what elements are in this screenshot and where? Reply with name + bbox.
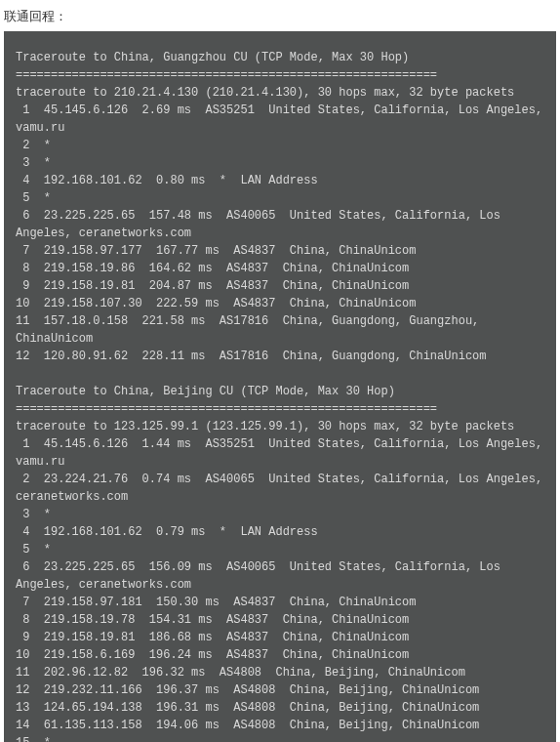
terminal-line: traceroute to 123.125.99.1 (123.125.99.1… — [16, 418, 544, 435]
terminal-line: 4 192.168.101.62 0.79 ms * LAN Address — [16, 523, 544, 541]
terminal-line: 7 219.158.97.177 167.77 ms AS4837 China,… — [16, 242, 544, 260]
terminal-line: 10 219.158.6.169 196.24 ms AS4837 China,… — [16, 646, 544, 664]
terminal-line — [16, 365, 544, 383]
terminal-line: 8 219.158.19.86 164.62 ms AS4837 China, … — [16, 260, 544, 277]
terminal-line: 3 * — [16, 154, 544, 172]
terminal-line: 6 23.225.225.65 157.48 ms AS40065 United… — [16, 207, 544, 242]
terminal-line: 12 219.232.11.166 196.37 ms AS4808 China… — [16, 681, 544, 699]
terminal-line: 9 219.158.19.81 186.68 ms AS4837 China, … — [16, 629, 544, 646]
terminal-line: 1 45.145.6.126 2.69 ms AS35251 United St… — [16, 102, 544, 137]
terminal-line: 5 * — [16, 541, 544, 558]
terminal-line: 7 219.158.97.181 150.30 ms AS4837 China,… — [16, 594, 544, 611]
terminal-line: 10 219.158.107.30 222.59 ms AS4837 China… — [16, 295, 544, 312]
terminal-line: 4 192.168.101.62 0.80 ms * LAN Address — [16, 172, 544, 189]
terminal-line: 5 * — [16, 189, 544, 207]
section-title: 联通回程： — [0, 0, 560, 31]
terminal-line: 12 120.80.91.62 228.11 ms AS17816 China,… — [16, 348, 544, 365]
terminal-line: 6 23.225.225.65 156.09 ms AS40065 United… — [16, 558, 544, 594]
terminal-line: 2 23.224.21.76 0.74 ms AS40065 United St… — [16, 471, 544, 506]
terminal-line: Traceroute to China, Guangzhou CU (TCP M… — [16, 49, 544, 66]
terminal-line: 8 219.158.19.78 154.31 ms AS4837 China, … — [16, 611, 544, 629]
terminal-line: 9 219.158.19.81 204.87 ms AS4837 China, … — [16, 277, 544, 295]
terminal-line: traceroute to 210.21.4.130 (210.21.4.130… — [16, 84, 544, 102]
terminal-line: 14 61.135.113.158 194.06 ms AS4808 China… — [16, 717, 544, 734]
terminal-line: 2 * — [16, 137, 544, 154]
terminal-line: 15 * — [16, 734, 544, 742]
terminal-line: 13 124.65.194.138 196.31 ms AS4808 China… — [16, 699, 544, 717]
terminal-line: 3 * — [16, 506, 544, 523]
terminal-line: 11 157.18.0.158 221.58 ms AS17816 China,… — [16, 312, 544, 348]
terminal-line: 1 45.145.6.126 1.44 ms AS35251 United St… — [16, 435, 544, 471]
terminal-output: Traceroute to China, Guangzhou CU (TCP M… — [4, 31, 556, 742]
terminal-line: 11 202.96.12.82 196.32 ms AS4808 China, … — [16, 664, 544, 681]
terminal-line: Traceroute to China, Beijing CU (TCP Mod… — [16, 383, 544, 400]
terminal-line: ========================================… — [16, 66, 544, 84]
terminal-line: ========================================… — [16, 400, 544, 418]
